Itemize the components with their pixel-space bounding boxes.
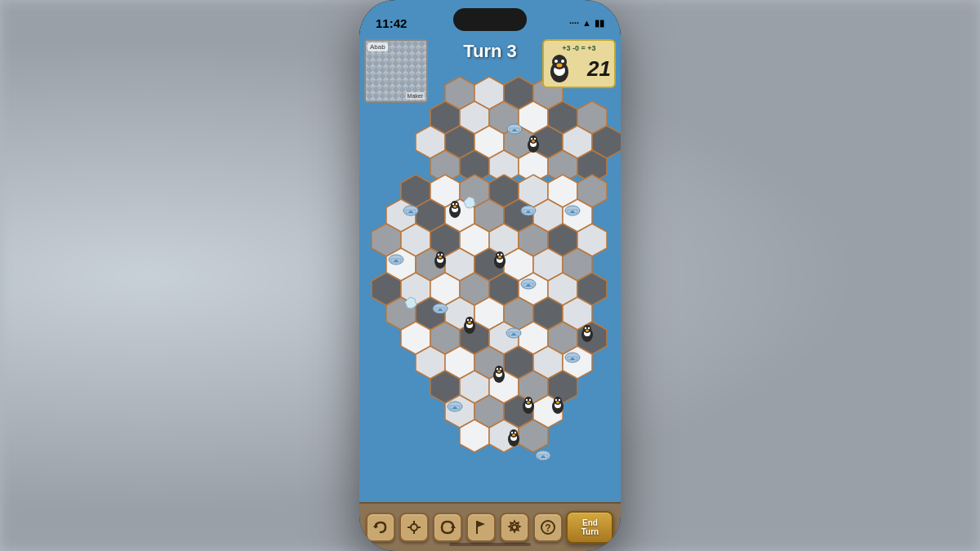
- score-penguin-area: 21: [547, 54, 611, 83]
- tool-button[interactable]: [399, 513, 429, 542]
- end-turn-label-line1: End: [582, 518, 598, 527]
- svg-point-9: [531, 138, 532, 140]
- svg-point-33: [467, 319, 469, 321]
- spin-icon: [439, 519, 456, 535]
- turn-label: Turn 3: [463, 41, 517, 62]
- svg-point-65: [586, 330, 589, 332]
- svg-point-45: [526, 399, 528, 401]
- help-button[interactable]: ?: [533, 513, 563, 542]
- svg-point-59: [512, 434, 515, 437]
- help-icon: ?: [540, 519, 556, 535]
- svg-point-51: [555, 399, 557, 401]
- svg-point-39: [497, 368, 498, 370]
- settings-icon: [506, 519, 523, 535]
- status-icons: ···· ▲ ▮▮: [569, 18, 604, 29]
- svg-point-58: [514, 432, 516, 433]
- undo-button[interactable]: [366, 513, 395, 542]
- svg-point-16: [456, 203, 457, 205]
- mini-map-player-name: Abab: [368, 42, 388, 51]
- svg-point-22: [441, 254, 443, 256]
- score-penguin-icon: [547, 54, 572, 83]
- battery-icon: ▮▮: [595, 18, 604, 29]
- end-turn-label-line2: Turn: [581, 527, 599, 536]
- wifi-icon: ▲: [582, 18, 591, 28]
- svg-point-15: [452, 203, 454, 205]
- svg-point-34: [470, 319, 472, 321]
- svg-marker-104: [477, 521, 485, 527]
- phone-screen: 11:42 ···· ▲ ▮▮: [359, 0, 621, 551]
- svg-point-94: [561, 60, 564, 63]
- svg-point-105: [512, 525, 517, 530]
- mini-map[interactable]: Abab Maker: [364, 39, 428, 103]
- svg-marker-102: [451, 524, 456, 528]
- svg-point-97: [411, 524, 417, 531]
- svg-point-35: [468, 322, 471, 324]
- svg-point-41: [497, 371, 501, 373]
- score-card: +3 -0 = +3 21: [542, 39, 616, 88]
- dynamic-island: [453, 8, 527, 31]
- status-time: 11:42: [376, 16, 407, 30]
- svg-point-40: [500, 368, 501, 370]
- svg-point-23: [439, 256, 442, 259]
- svg-point-52: [559, 399, 560, 401]
- svg-text:?: ?: [545, 522, 550, 534]
- svg-point-93: [555, 60, 558, 63]
- svg-point-17: [453, 206, 457, 208]
- svg-point-57: [511, 432, 513, 433]
- svg-point-95: [557, 64, 563, 68]
- svg-point-10: [534, 138, 536, 140]
- svg-point-11: [532, 140, 535, 143]
- end-turn-button[interactable]: End Turn: [566, 511, 613, 544]
- svg-point-53: [556, 402, 559, 404]
- spin-button[interactable]: [433, 513, 462, 542]
- svg-point-64: [588, 327, 590, 329]
- score-number: 21: [587, 56, 611, 82]
- flag-button[interactable]: [466, 513, 496, 542]
- svg-point-29: [498, 256, 501, 259]
- home-indicator: [449, 543, 531, 546]
- svg-point-21: [438, 254, 439, 256]
- svg-point-28: [501, 254, 502, 256]
- signal-icon: ····: [569, 18, 579, 28]
- tool-icon: [406, 519, 422, 535]
- settings-button[interactable]: [500, 513, 529, 542]
- flag-icon: [473, 519, 489, 535]
- svg-point-63: [585, 327, 586, 329]
- mini-map-sub-label: Maker: [406, 92, 425, 100]
- phone-frame: 11:42 ···· ▲ ▮▮: [359, 0, 621, 551]
- svg-point-27: [497, 254, 499, 256]
- svg-point-46: [529, 399, 531, 401]
- svg-point-47: [527, 402, 530, 404]
- undo-icon: [372, 519, 389, 535]
- score-formula: +3 -0 = +3: [547, 44, 611, 52]
